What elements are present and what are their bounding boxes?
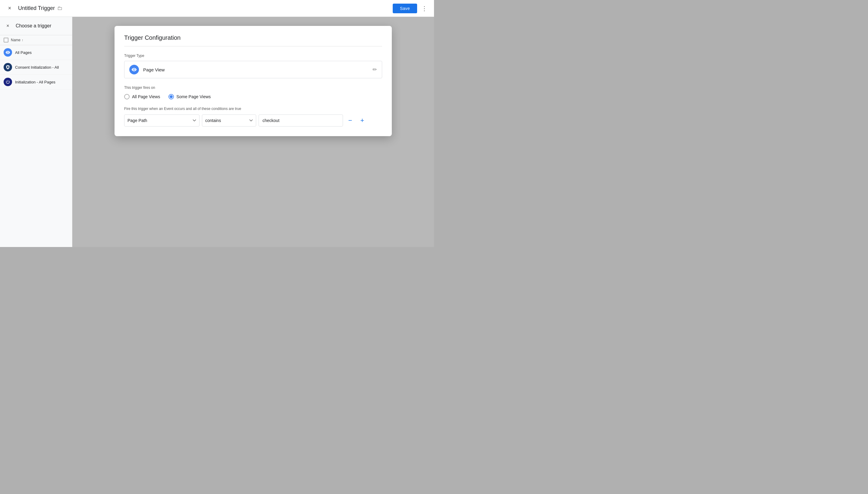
sidebar-item-all-pages[interactable]: All Pages [0, 45, 72, 60]
radio-some-inner [170, 95, 173, 98]
page-view-svg [131, 67, 137, 72]
fires-on-radio-group: All Page Views Some Page Views [124, 94, 382, 99]
initialization-icon [4, 78, 12, 86]
top-bar-actions: Save ⋮ [393, 4, 429, 13]
folder-icon[interactable]: 🗀 [57, 5, 63, 12]
modal-inner: Trigger Configuration Trigger Type Page … [114, 26, 392, 136]
radio-all-page-views[interactable]: All Page Views [124, 94, 160, 99]
page-view-icon [129, 65, 139, 74]
trigger-config-modal: Trigger Configuration Trigger Type Page … [114, 26, 392, 136]
page-path-select[interactable]: Page Path [124, 114, 200, 127]
sidebar-header: × Choose a trigger [0, 17, 72, 35]
add-condition-btn[interactable]: + [357, 116, 367, 125]
sidebar: × Choose a trigger Name ↑ All Pages [0, 17, 72, 247]
consent-init-icon [4, 63, 12, 71]
sidebar-item-consent-init[interactable]: Consent Initialization - All [0, 60, 72, 75]
radio-all-label: All Page Views [132, 94, 160, 99]
sidebar-column-header: Name ↑ [0, 35, 72, 45]
consent-init-label: Consent Initialization - All [15, 65, 59, 70]
contains-select[interactable]: contains [202, 114, 256, 127]
content-area: Trigger Configuration Trigger Type Page … [72, 17, 434, 247]
trigger-title: Untitled Trigger [18, 5, 55, 12]
save-button[interactable]: Save [393, 4, 417, 13]
eye-svg [5, 50, 10, 55]
remove-condition-btn[interactable]: − [345, 116, 355, 125]
shield-svg [5, 65, 10, 70]
radio-some-page-views[interactable]: Some Page Views [168, 94, 211, 99]
sort-icon: ↑ [22, 38, 23, 42]
condition-row: Page Path contains − + [124, 114, 382, 127]
all-pages-label: All Pages [15, 50, 32, 55]
edit-trigger-type-btn[interactable]: ✏ [372, 66, 377, 73]
condition-label: Fire this trigger when an Event occurs a… [124, 107, 382, 111]
radio-some-label: Some Page Views [176, 94, 211, 99]
top-bar: × Untitled Trigger 🗀 Save ⋮ [0, 0, 434, 17]
modal-title: Trigger Configuration [124, 34, 382, 46]
trigger-type-box: Page View ✏ [124, 61, 382, 78]
main-layout: × Choose a trigger Name ↑ All Pages [0, 17, 434, 247]
top-bar-close-btn[interactable]: × [5, 4, 15, 13]
fires-on-label: This trigger fires on [124, 86, 382, 90]
top-bar-title-area: Untitled Trigger 🗀 [18, 5, 389, 12]
all-pages-icon [4, 48, 12, 57]
select-all-checkbox[interactable] [4, 38, 8, 42]
sidebar-item-initialization[interactable]: Initialization - All Pages [0, 75, 72, 90]
power-svg [5, 79, 10, 84]
radio-all-outer [124, 94, 130, 99]
trigger-type-name: Page View [143, 67, 377, 72]
trigger-type-label: Trigger Type [124, 54, 382, 58]
sidebar-close-btn[interactable]: × [4, 22, 12, 30]
condition-value-input[interactable] [259, 114, 343, 127]
more-options-button[interactable]: ⋮ [420, 4, 429, 13]
initialization-label: Initialization - All Pages [15, 80, 55, 84]
radio-some-outer [168, 94, 174, 99]
sidebar-title: Choose a trigger [16, 23, 51, 28]
name-column-header: Name ↑ [11, 38, 23, 42]
